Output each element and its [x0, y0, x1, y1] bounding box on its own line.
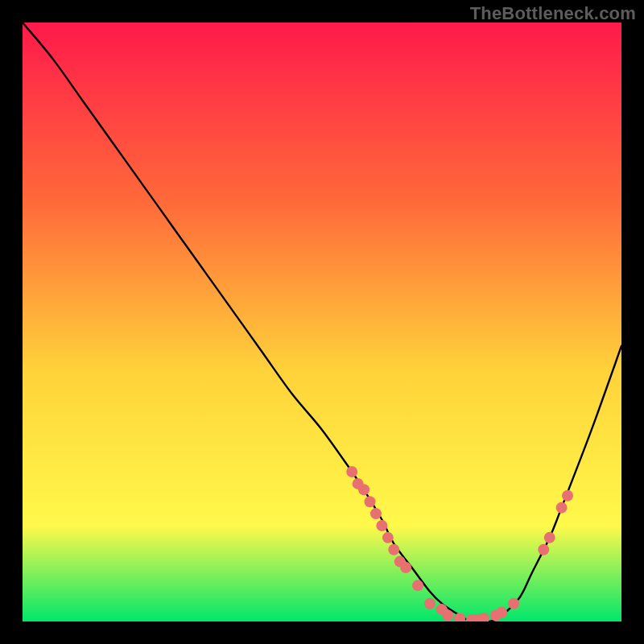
data-point: [556, 502, 568, 514]
plot-area: [23, 23, 621, 621]
figure-container: TheBottleneck.com: [0, 0, 644, 644]
data-point: [562, 490, 573, 502]
data-point: [382, 532, 394, 543]
chart-svg: [23, 23, 621, 621]
data-point: [376, 520, 387, 531]
data-point: [508, 598, 519, 609]
gradient-background: [23, 23, 621, 621]
data-point: [538, 544, 549, 555]
watermark-text: TheBottleneck.com: [470, 3, 636, 24]
data-point: [424, 598, 436, 609]
data-point: [400, 562, 411, 573]
data-point: [365, 496, 376, 507]
data-point: [388, 544, 399, 555]
data-point: [358, 484, 369, 495]
data-point: [412, 580, 423, 591]
data-point: [346, 466, 357, 477]
data-point: [496, 607, 507, 618]
data-point: [442, 610, 453, 621]
data-point: [544, 532, 555, 543]
data-point: [370, 508, 382, 519]
